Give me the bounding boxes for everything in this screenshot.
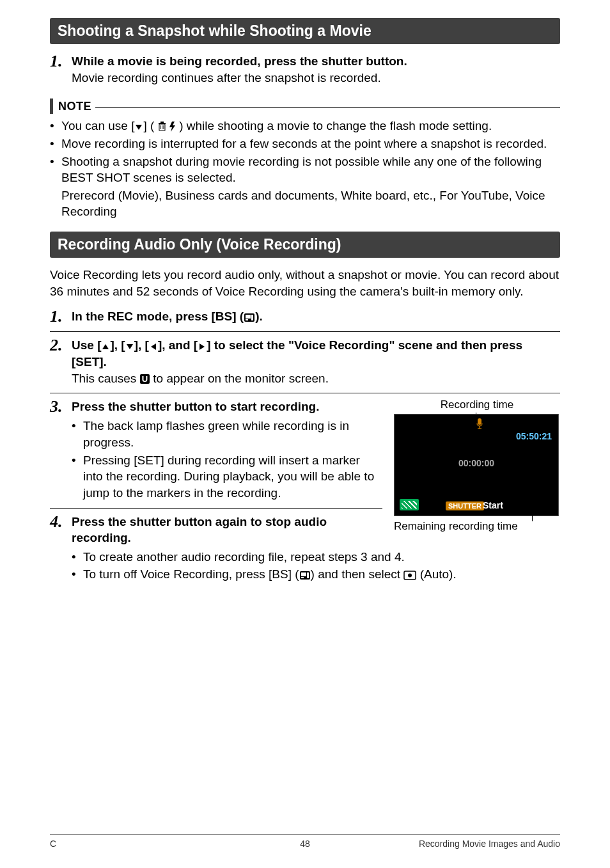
s2-step1: 1. In the REC mode, press [BS] (). xyxy=(50,308,560,325)
section-heading-snapshot: Shooting a Snapshot while Shooting a Mov… xyxy=(50,18,560,44)
s2-step2-sub-b: to appear on the monitor screen. xyxy=(150,372,329,385)
s2-step4-text: Press the shutter button again to stop a… xyxy=(72,514,382,546)
note-bullet-2: Move recording is interrupted for a few … xyxy=(50,136,560,152)
down-triangle-icon xyxy=(134,123,143,132)
right-triangle-icon xyxy=(198,342,207,351)
bs-scene-icon xyxy=(299,571,311,580)
auto-mode-icon xyxy=(403,571,416,580)
svg-rect-10 xyxy=(246,319,248,320)
remaining-time-label: Remaining recording time xyxy=(394,520,560,533)
svg-marker-12 xyxy=(102,344,109,349)
s2-step3: 3. Press the shutter button to start rec… xyxy=(50,398,382,415)
step-divider xyxy=(50,331,560,332)
step-number: 2. xyxy=(50,337,65,354)
page-footer: C 48 Recording Movie Images and Audio xyxy=(50,834,560,849)
step-divider xyxy=(50,508,382,509)
screenshot-mode-icon xyxy=(400,499,419,510)
screenshot-start-label: Start xyxy=(483,500,503,510)
step-number: 3. xyxy=(50,398,65,415)
mic-icon xyxy=(476,418,483,430)
s2-step4: 4. Press the shutter button again to sto… xyxy=(50,514,382,546)
footer-page: 48 xyxy=(300,839,310,849)
flash-icon xyxy=(169,122,176,132)
bs-scene-icon xyxy=(244,313,255,322)
s2-step2: 2. Use [], [], [], and [] to select the … xyxy=(50,337,560,386)
note-bullet-1: You can use [] ( ) while shooting a movi… xyxy=(50,118,560,134)
note-bullet-3: Shooting a snapshot during movie recordi… xyxy=(50,154,560,186)
voice-intro: Voice Recording lets you record audio on… xyxy=(50,267,560,299)
svg-marker-13 xyxy=(127,344,133,349)
svg-marker-7 xyxy=(169,122,175,132)
s2-step4-bullets: To create another audio recording file, … xyxy=(72,549,560,583)
up-triangle-icon xyxy=(101,342,110,351)
step-number: 1. xyxy=(50,308,65,325)
note-heading: NOTE xyxy=(50,99,560,114)
screenshot-elapsed: 00:00:00 xyxy=(395,458,558,468)
svg-rect-6 xyxy=(160,122,164,123)
s2-step3-b2: Pressing [SET] during recording will ins… xyxy=(72,452,382,501)
screenshot-shutter-label: SHUTTER xyxy=(446,501,484,510)
screenshot-rectime: 05:50:21 xyxy=(516,431,552,441)
s2-step4-b2: To turn off Voice Recording, press [BS] … xyxy=(72,566,560,583)
camera-preview-block: Recording time 05:50:21 00:00:00 SHUTTER… xyxy=(394,398,560,533)
svg-rect-11 xyxy=(251,315,253,320)
s1-step1-bold: While a movie is being recorded, press t… xyxy=(72,54,407,68)
s2-step3-bullets: The back lamp flashes green while record… xyxy=(72,418,382,501)
note-rule xyxy=(95,107,560,108)
footer-right: Recording Movie Images and Audio xyxy=(419,839,560,849)
svg-marker-0 xyxy=(136,125,142,130)
section-heading-voice: Recording Audio Only (Voice Recording) xyxy=(50,232,560,258)
svg-marker-14 xyxy=(151,343,156,350)
left-triangle-icon xyxy=(149,342,158,351)
note-bullets: You can use [] ( ) while shooting a movi… xyxy=(50,118,560,186)
s2-step3-b1: The back lamp flashes green while record… xyxy=(72,418,382,450)
down-triangle-icon xyxy=(125,342,134,351)
svg-marker-15 xyxy=(199,343,205,350)
s1-step1-sub: Movie recording continues after the snap… xyxy=(72,71,381,84)
s2-step1-text: In the REC mode, press [BS] ( xyxy=(72,310,244,323)
note-bar-icon xyxy=(50,99,53,114)
svg-rect-9 xyxy=(246,315,251,319)
s2-step4-b1: To create another audio recording file, … xyxy=(72,549,560,565)
svg-rect-5 xyxy=(159,123,166,124)
camera-screenshot: 05:50:21 00:00:00 SHUTTER Start xyxy=(394,414,559,516)
trash-icon xyxy=(158,122,166,132)
s2-step2-sub-a: This causes xyxy=(72,372,140,385)
step-number: 4. xyxy=(50,514,65,530)
s2-step1-end: ). xyxy=(255,310,263,323)
recording-time-label: Recording time xyxy=(394,398,560,411)
note-bullet-3-sub: Prerecord (Movie), Business cards and do… xyxy=(61,187,560,220)
s2-step3-text: Press the shutter button to start record… xyxy=(72,398,382,415)
svg-rect-22 xyxy=(307,572,309,578)
s1-step1: 1. While a movie is being recorded, pres… xyxy=(50,53,560,86)
note-label: NOTE xyxy=(58,100,91,113)
u-chip-icon: U xyxy=(140,374,150,384)
step-divider xyxy=(50,393,560,393)
step-number: 1. xyxy=(50,53,65,70)
svg-rect-16 xyxy=(478,418,481,425)
svg-point-24 xyxy=(408,574,412,578)
footer-left: C xyxy=(50,839,56,849)
svg-rect-20 xyxy=(301,572,306,576)
svg-rect-21 xyxy=(301,577,304,578)
